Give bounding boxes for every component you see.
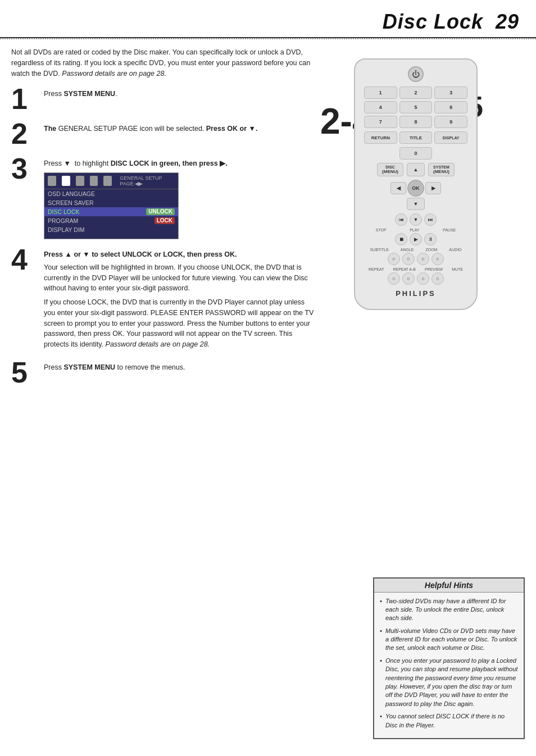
btn-nav-left[interactable]: ◀ [390,182,406,194]
label-mute: MUTE [452,267,463,271]
btn-9[interactable]: 9 [434,116,467,128]
btn-nav-up[interactable]: ▲ [407,163,425,176]
return-row: RETURN TITLE DISPLAY [364,131,467,144]
nav-down-row: ▼ [407,198,425,210]
nav-middle-row: ◀ OK ▶ [390,180,441,197]
step-1-bold: SYSTEM MENU [63,90,115,98]
btn-ok[interactable]: OK [407,180,424,197]
step-1: 1 Press SYSTEM MENU. [11,86,315,113]
step-3-number: 3 [11,154,38,183]
remote-container: 2-4 1,5 ⏻ 1 2 3 4 5 6 7 8 9 [354,58,478,310]
step-5-bold: SYSTEM MENU [63,363,115,371]
btn-title[interactable]: TITLE [399,131,433,144]
step-1-content: Press SYSTEM MENU. [44,86,315,102]
step-1-text: Press SYSTEM MENU. [44,89,315,99]
repeat-row: ○ ○ ○ ○ [364,272,467,285]
menu-item-osd: OSD LANGUAGE [44,189,178,198]
subtitle-row: ○ ○ ○ ○ [364,253,467,265]
zero-row: 0 [364,147,467,160]
menu-item-dd-label: DISPLAY DIM [48,226,85,233]
btn-next[interactable]: ⏭ [424,213,437,226]
btn-4[interactable]: 4 [364,101,397,113]
hints-content: Two-sided DVDs may have a different ID f… [374,593,524,738]
step-4-content: Press ▲ or ▼ to select UNLOCK or LOCK, t… [44,247,315,352]
step-2-bold-the: The [44,125,56,133]
numpad: 1 2 3 4 5 6 7 8 9 [364,86,467,128]
menu-item-dl-badge: UNLOCK [146,208,175,215]
hint-item-1: Two-sided DVDs may have a different ID f… [380,597,518,623]
step-5-number: 5 [11,358,38,387]
power-button[interactable]: ⏻ [408,66,424,82]
btn-preview[interactable]: ○ [417,272,429,285]
hints-list: Two-sided DVDs may have a different ID f… [380,597,518,730]
intro-paragraph: Not all DVDs are rated or coded by the D… [11,47,315,79]
btn-mute[interactable]: ○ [431,272,444,285]
btn-pause[interactable]: ⏸ [424,233,437,245]
step-4-title: Press ▲ or ▼ to select UNLOCK or LOCK, t… [44,249,315,260]
btn-angle[interactable]: ○ [402,253,415,265]
page-title: Disc Lock 29 [383,10,519,33]
btn-empty-right [434,147,467,160]
label-angle: ANGLE [401,248,414,252]
btn-3[interactable]: 3 [434,86,467,99]
menu-item-disclock: DISC LOCK UNLOCK [44,207,178,216]
hint-item-2: Multi-volume Video CDs or DVD sets may h… [380,627,518,653]
label-repeat: REPEAT [369,267,384,271]
menu-item-screensaver: SCREEN SAVER [44,198,178,207]
system-menu-label: SYSTEM [433,165,449,169]
disc-menu-sub: (MENU) [382,169,398,174]
btn-nav-right[interactable]: ▶ [425,182,441,194]
main-content: Not all DVDs are rated or coded by the D… [0,47,536,395]
menu-item-dl-label: DISC LOCK [48,208,80,215]
step-4: 4 Press ▲ or ▼ to select UNLOCK or LOCK,… [11,247,315,352]
label-repeat-ab: REPEAT A-B [393,267,416,271]
btn-5[interactable]: 5 [399,101,433,113]
btn-repeat-ab[interactable]: ○ [402,272,415,285]
btn-1[interactable]: 1 [364,86,397,99]
btn-down2[interactable]: ▼ [410,213,422,226]
btn-return[interactable]: RETURN [364,131,397,144]
btn-6[interactable]: 6 [434,101,467,113]
menu-icon-4 [90,176,98,186]
label-zoom: ZOOM [425,248,437,252]
label-stop: STOP [376,228,387,232]
step-2: 2 The GENERAL SETUP PAGE icon will be se… [11,121,315,148]
btn-subtitle[interactable]: ○ [388,253,400,265]
btn-zoom[interactable]: ○ [417,253,429,265]
step-2-content: The GENERAL SETUP PAGE icon will be sele… [44,121,315,136]
btn-stop[interactable]: ⏹ [395,233,407,245]
repeat-preview-mute-labels: REPEAT REPEAT A-B PREVIEW MUTE [364,267,467,271]
disc-system-row: DISC(MENU) ▲ SYSTEM(MENU) [364,163,467,176]
btn-nav-down[interactable]: ▼ [407,198,425,210]
btn-disc-menu[interactable]: DISC(MENU) [377,163,403,176]
menu-item-osd-label: OSD LANGUAGE [48,190,95,197]
menu-spacer [44,234,178,239]
step-2-bold-press: Press OK or ▼. [206,125,258,133]
menu-icon-3 [76,176,84,186]
step-5: 5 Press SYSTEM MENU to remove the menus. [11,360,315,387]
btn-display[interactable]: DISPLAY [434,131,467,144]
system-menu-sub: (MENU) [433,169,449,174]
hints-box: Helpful Hints Two-sided DVDs may have a … [373,577,525,739]
menu-screenshot: GENERAL SETUP PAGE ◀▶ OSD LANGUAGE SCREE… [44,172,179,239]
btn-zero[interactable]: 0 [399,147,433,160]
nav-cluster: ◀ OK ▶ ▼ [364,180,467,210]
stop-play-pause-labels: STOP PLAY PAUSE [364,228,467,232]
step-4-italic: Password details are on page 28. [106,340,210,348]
menu-icon-2 [62,176,70,186]
btn-prev[interactable]: ⏮ [395,213,407,226]
btn-audio[interactable]: ○ [431,253,444,265]
label-subtitle: SUBTITLE [370,248,388,252]
btn-7[interactable]: 7 [364,116,397,128]
hint-item-4: You cannot select DISC LOCK if there is … [380,712,518,730]
btn-system-menu[interactable]: SYSTEM(MENU) [428,163,455,176]
step-4-number: 4 [11,245,38,274]
btn-8[interactable]: 8 [399,116,433,128]
step-3-bold: DISC LOCK in green, then press ▶. [111,160,228,167]
btn-2[interactable]: 2 [399,86,433,99]
step-5-text: Press SYSTEM MENU to remove the menus. [44,362,315,373]
page-number: 29 [496,10,519,33]
btn-repeat[interactable]: ○ [388,272,400,285]
btn-play[interactable]: ▶ [410,233,422,245]
step-5-content: Press SYSTEM MENU to remove the menus. [44,360,315,375]
